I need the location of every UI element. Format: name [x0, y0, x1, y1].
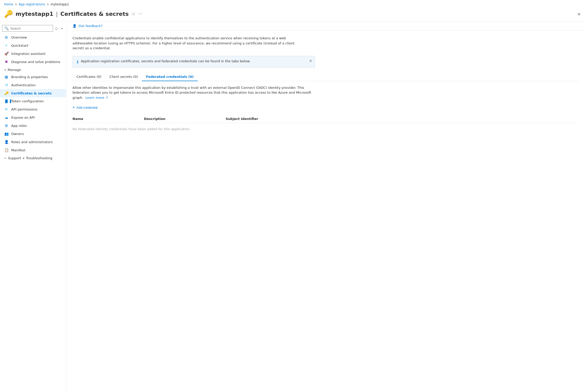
authentication-icon: ↺ [4, 83, 9, 87]
support-chevron: > [4, 156, 6, 160]
overview-icon: ⊞ [4, 35, 9, 39]
collapse-icon[interactable]: « [60, 25, 64, 31]
content-area: 👤 Got feedback? Credentials enable confi… [66, 21, 585, 392]
manifest-icon: 📋 [4, 148, 9, 152]
api-permissions-icon: ↻ [4, 107, 9, 111]
sidebar-search-area: 🔍 ◇ « [0, 23, 66, 33]
app-title: mytestapp1 [16, 11, 53, 17]
sidebar-item-certificates[interactable]: 🔑 Certificates & secrets [0, 89, 66, 97]
sidebar-label-integration: Integration assistant [11, 52, 45, 56]
col-description: Description [144, 117, 226, 121]
sidebar-search-wrap: 🔍 [2, 25, 53, 32]
feedback-bar[interactable]: 👤 Got feedback? [66, 21, 585, 31]
banner-text: Application registration certificates, s… [81, 59, 250, 63]
sidebar-item-roles-admin[interactable]: 👤 Roles and administrators [0, 138, 66, 146]
sidebar-item-authentication[interactable]: ↺ Authentication [0, 81, 66, 89]
content-body: Credentials enable confidential applicat… [66, 31, 585, 140]
add-credential-button[interactable]: + Add credential [72, 104, 98, 111]
search-icon: 🔍 [4, 26, 9, 30]
empty-state-message: No federated identity credentials have b… [72, 123, 579, 135]
sidebar-support-section[interactable]: > Support + Troubleshooting [0, 154, 66, 161]
tab-client-secrets[interactable]: Client secrets (0) [105, 73, 142, 81]
breadcrumb: Home > App registrations > mytestapp1 [0, 0, 585, 9]
quickstart-icon: ⚡ [4, 43, 9, 47]
sidebar-label-manifest: Manifest [11, 148, 25, 152]
sidebar-label-app-roles: App roles [11, 124, 27, 128]
page-description: Credentials enable confidential applicat… [72, 36, 302, 51]
title-key-icon: 🔑 [4, 10, 13, 18]
tab-certificates[interactable]: Certificates (0) [72, 73, 105, 81]
info-icon: ℹ [77, 59, 78, 64]
breadcrumb-home[interactable]: Home [4, 3, 13, 6]
add-plus-icon: + [72, 105, 75, 110]
app-roles-icon: ⊞ [4, 124, 9, 128]
sidebar-label-roles-admin: Roles and administrators [11, 140, 53, 144]
sidebar-label-branding: Branding & properties [11, 75, 48, 79]
sidebar-item-app-roles[interactable]: ⊞ App roles [0, 121, 66, 130]
sidebar-item-integration[interactable]: 🚀 Integration assistant [0, 50, 66, 58]
sidebar-item-overview[interactable]: ⊞ Overview [0, 33, 66, 41]
col-name: Name [72, 117, 144, 121]
page-title: Certificates & secrets [60, 11, 129, 17]
sidebar-label-api-permissions: API permissions [11, 107, 37, 111]
col-subject-id: Subject Identifier [226, 117, 579, 121]
roles-admin-icon: 👤 [4, 140, 9, 144]
banner-close-button[interactable]: × [309, 59, 312, 63]
federated-description: Allow other identities to impersonate th… [72, 85, 315, 100]
credential-table-header: Name Description Subject Identifier [72, 115, 579, 123]
sidebar-label-token: Token configuration [11, 99, 44, 103]
support-label: Support + Troubleshooting [8, 156, 52, 160]
feedback-icon: 👤 [72, 24, 77, 28]
sidebar-item-expose-api[interactable]: ☁ Expose an API [0, 113, 66, 121]
sidebar-label-overview: Overview [11, 35, 27, 39]
sidebar-label-certificates: Certificates & secrets [11, 91, 52, 95]
close-button[interactable]: × [577, 11, 581, 17]
branding-icon: ▦ [4, 75, 9, 79]
certificates-icon: 🔑 [4, 91, 9, 95]
owners-icon: 👥 [4, 132, 9, 136]
sidebar-item-api-permissions[interactable]: ↻ API permissions [0, 105, 66, 113]
diagnose-icon: ✖ [4, 60, 9, 64]
pin-icon[interactable]: ☆ [132, 11, 135, 16]
main-layout: 🔍 ◇ « ⊞ Overview ⚡ Quickstart 🚀 Integrat… [0, 21, 585, 392]
manage-chevron: ∨ [4, 68, 6, 71]
credential-tabs: Certificates (0) Client secrets (0) Fede… [72, 73, 579, 81]
sidebar-label-quickstart: Quickstart [11, 44, 28, 47]
filter-icon[interactable]: ◇ [54, 25, 59, 31]
sidebar-item-token[interactable]: ▐▌▐ Token configuration [0, 97, 66, 105]
more-options-icon[interactable]: ··· [138, 11, 142, 16]
breadcrumb-app-registrations[interactable]: App registrations [19, 3, 45, 6]
sidebar-item-manifest[interactable]: 📋 Manifest [0, 146, 66, 154]
sidebar-label-expose-api: Expose an API [11, 116, 35, 119]
sidebar-manage-section[interactable]: ∨ Manage [0, 66, 66, 73]
integration-icon: 🚀 [4, 52, 9, 56]
learn-more-link[interactable]: Learn more ↗ [85, 96, 108, 100]
sidebar-label-owners: Owners [11, 132, 24, 136]
sidebar-item-owners[interactable]: 👥 Owners [0, 130, 66, 138]
add-credential-label: Add credential [76, 106, 98, 109]
search-input[interactable] [10, 27, 51, 30]
sidebar-item-branding[interactable]: ▦ Branding & properties [0, 73, 66, 81]
token-icon: ▐▌▐ [4, 100, 9, 103]
sidebar-item-diagnose[interactable]: ✖ Diagnose and solve problems [0, 58, 66, 66]
breadcrumb-current: mytestapp1 [51, 3, 69, 6]
manage-label: Manage [8, 68, 21, 72]
sidebar-item-quickstart[interactable]: ⚡ Quickstart [0, 41, 66, 50]
title-row: 🔑 mytestapp1 | Certificates & secrets ☆ … [0, 9, 585, 21]
feedback-text: Got feedback? [79, 24, 103, 28]
info-banner: ℹ Application registration certificates,… [72, 56, 315, 68]
sidebar-label-authentication: Authentication [11, 83, 35, 87]
sidebar-label-diagnose: Diagnose and solve problems [11, 60, 60, 64]
tab-federated-credentials[interactable]: Federated credentials (0) [142, 73, 198, 81]
title-actions: ☆ ··· [132, 11, 142, 16]
expose-api-icon: ☁ [4, 115, 9, 119]
sidebar: 🔍 ◇ « ⊞ Overview ⚡ Quickstart 🚀 Integrat… [0, 21, 66, 392]
